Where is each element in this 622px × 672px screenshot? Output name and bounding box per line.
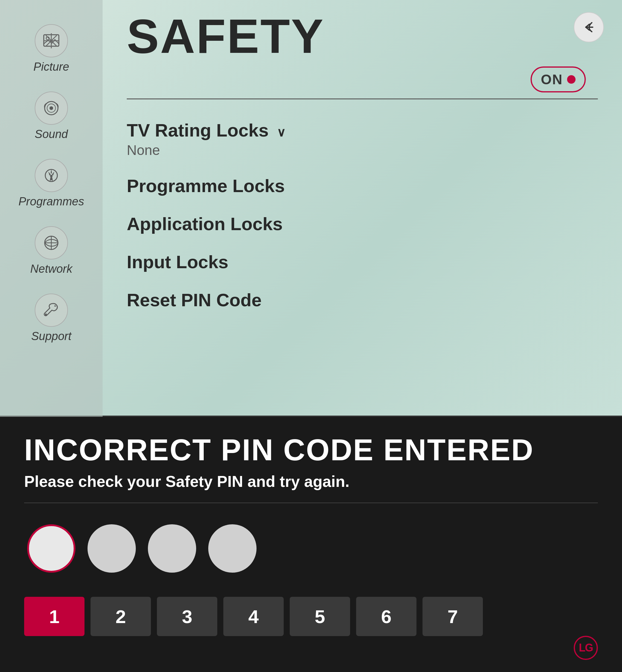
reset-pin-title: Reset PIN Code [127,290,598,311]
sidebar-item-network[interactable]: Network [12,220,91,282]
support-icon [35,294,68,327]
pin-circle-4 [208,524,256,573]
programme-locks-title: Programme Locks [127,175,598,196]
numpad-key-7[interactable]: 7 [422,597,483,636]
lg-logo: LG [574,636,598,660]
application-locks-title: Application Locks [127,214,598,234]
pin-circle-3 [148,524,196,573]
numpad-key-6[interactable]: 6 [356,597,416,636]
network-icon [35,226,68,259]
sidebar-label-programmes: Programmes [19,195,84,208]
lg-circle-icon: LG [574,636,598,660]
pin-area: INCORRECT PIN CODE ENTERED Please check … [0,418,622,672]
sidebar-item-support[interactable]: Support [12,288,91,349]
numpad-key-5[interactable]: 5 [290,597,350,636]
svg-point-14 [45,314,47,315]
numpad-key-2[interactable]: 2 [91,597,151,636]
sidebar-label-picture: Picture [34,60,69,73]
divider [127,98,598,99]
tv-rating-title: TV Rating Locks ∨ [127,120,598,141]
sidebar-item-programmes[interactable]: Programmes [12,153,91,214]
sidebar-item-picture[interactable]: Picture [12,18,91,79]
pin-circle-1 [27,524,75,573]
sidebar: Picture Sound [0,0,103,417]
sidebar-label-support: Support [31,330,71,343]
main-content: SAFETY ON TV Rating Locks ∨ None Program… [103,0,622,417]
menu-item-programme-locks[interactable]: Programme Locks [127,167,598,205]
toggle-dot [567,75,576,84]
programmes-icon [35,159,68,192]
numpad: 1 2 3 4 5 6 7 [24,597,598,636]
sound-icon [35,92,68,125]
svg-point-10 [50,175,53,177]
numpad-key-4[interactable]: 4 [223,597,284,636]
menu-item-input-locks[interactable]: Input Locks [127,243,598,281]
pin-circles [24,524,598,573]
sidebar-item-sound[interactable]: Sound [12,86,91,147]
menu-item-tv-rating[interactable]: TV Rating Locks ∨ None [127,111,598,167]
pin-circle-2 [88,524,136,573]
back-button[interactable] [574,12,604,42]
numpad-key-3[interactable]: 3 [157,597,217,636]
numpad-key-1[interactable]: 1 [24,597,84,636]
safety-toggle[interactable]: ON [530,66,586,92]
pin-divider [24,503,598,503]
menu-item-application-locks[interactable]: Application Locks [127,205,598,243]
tv-screen: Picture Sound [0,0,622,417]
sidebar-label-network: Network [30,262,72,276]
page-title: SAFETY [127,12,598,60]
input-locks-title: Input Locks [127,252,598,273]
chevron-down-icon: ∨ [277,125,285,139]
tv-rating-subtitle: None [127,142,598,158]
menu-item-reset-pin[interactable]: Reset PIN Code [127,281,598,319]
picture-icon [35,24,68,57]
toggle-container: ON [127,66,598,92]
sidebar-label-sound: Sound [35,128,68,141]
pin-error-subtitle: Please check your Safety PIN and try aga… [24,472,598,490]
svg-point-8 [49,106,53,110]
pin-error-title: INCORRECT PIN CODE ENTERED [24,433,598,466]
toggle-label: ON [541,71,563,88]
